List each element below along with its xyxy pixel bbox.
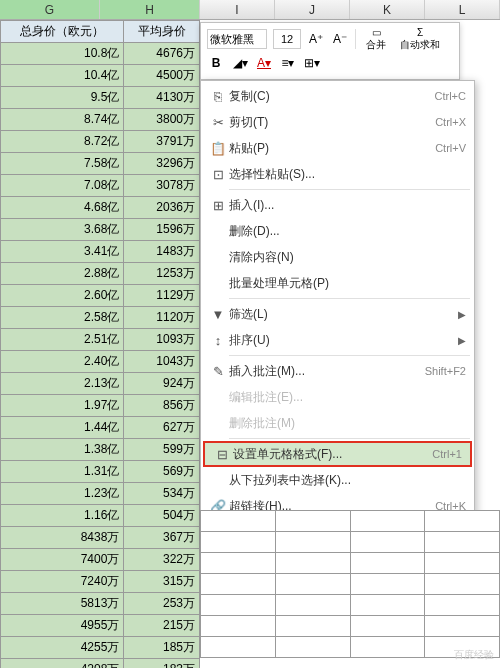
menu-cut[interactable]: ✂剪切(T)Ctrl+X [201,109,474,135]
cell[interactable]: 4.68亿 [1,197,124,219]
cell[interactable]: 856万 [124,395,200,417]
fill-color-icon[interactable]: ◢▾ [231,54,249,72]
cell[interactable]: 1.31亿 [1,461,124,483]
header-cell[interactable]: 总身价（欧元） [1,21,124,43]
cell[interactable]: 10.4亿 [1,65,124,87]
menu-paste-special[interactable]: ⊡选择性粘贴(S)... [201,161,474,187]
border-icon[interactable]: ⊞▾ [303,54,321,72]
cell[interactable]: 8.72亿 [1,131,124,153]
menu-paste[interactable]: 📋粘贴(P)Ctrl+V [201,135,474,161]
cell[interactable]: 10.8亿 [1,43,124,65]
menu-insert[interactable]: ⊞插入(I)... [201,192,474,218]
cell[interactable]: 2036万 [124,197,200,219]
menu-filter[interactable]: ▼筛选(L)▶ [201,301,474,327]
cell[interactable]: 534万 [124,483,200,505]
empty-cell[interactable] [350,637,425,658]
font-size-select[interactable] [273,29,301,49]
cell[interactable]: 2.51亿 [1,329,124,351]
col-header[interactable]: L [425,0,500,19]
cell[interactable]: 8438万 [1,527,124,549]
cell[interactable]: 599万 [124,439,200,461]
empty-cell[interactable] [350,511,425,532]
cell[interactable]: 4676万 [124,43,200,65]
increase-font-icon[interactable]: A⁺ [307,30,325,48]
cell[interactable]: 9.5亿 [1,87,124,109]
cell[interactable]: 1.97亿 [1,395,124,417]
cell[interactable]: 1.23亿 [1,483,124,505]
menu-sort[interactable]: ↕排序(U)▶ [201,327,474,353]
empty-cell[interactable] [201,637,276,658]
cell[interactable]: 3791万 [124,131,200,153]
cell[interactable]: 4500万 [124,65,200,87]
menu-format-cells[interactable]: ⊟设置单元格格式(F)...Ctrl+1 [203,441,472,467]
cell[interactable]: 1253万 [124,263,200,285]
cell[interactable]: 1043万 [124,351,200,373]
empty-cell[interactable] [201,595,276,616]
cell[interactable]: 627万 [124,417,200,439]
cell[interactable]: 1120万 [124,307,200,329]
cell[interactable]: 3078万 [124,175,200,197]
cell[interactable]: 7240万 [1,571,124,593]
empty-cell[interactable] [275,574,350,595]
col-header[interactable]: K [350,0,425,19]
cell[interactable]: 2.13亿 [1,373,124,395]
empty-cell[interactable] [275,553,350,574]
header-cell[interactable]: 平均身价 [124,21,200,43]
empty-cell[interactable] [425,595,500,616]
menu-batch[interactable]: 批量处理单元格(P) [201,270,474,296]
cell[interactable]: 3.41亿 [1,241,124,263]
cell[interactable]: 4255万 [1,637,124,659]
cell[interactable]: 7.58亿 [1,153,124,175]
col-header[interactable]: J [275,0,350,19]
empty-cell[interactable] [350,616,425,637]
empty-cell[interactable] [425,553,500,574]
cell[interactable]: 3.68亿 [1,219,124,241]
cell[interactable]: 185万 [124,637,200,659]
cell[interactable]: 1.44亿 [1,417,124,439]
cell[interactable]: 1.38亿 [1,439,124,461]
cell[interactable]: 2.58亿 [1,307,124,329]
empty-cell[interactable] [201,574,276,595]
empty-cell[interactable] [350,553,425,574]
empty-cell[interactable] [201,532,276,553]
cell[interactable]: 7400万 [1,549,124,571]
cell[interactable]: 3296万 [124,153,200,175]
empty-cell[interactable] [350,532,425,553]
cell[interactable]: 215万 [124,615,200,637]
empty-cell[interactable] [425,616,500,637]
font-select[interactable] [207,29,267,49]
menu-clear[interactable]: 清除内容(N) [201,244,474,270]
cell[interactable]: 4130万 [124,87,200,109]
empty-cell[interactable] [425,511,500,532]
menu-delete-comment[interactable]: 删除批注(M) [201,410,474,436]
cell[interactable]: 322万 [124,549,200,571]
cell[interactable]: 1093万 [124,329,200,351]
merge-button[interactable]: ▭ 合并 [362,27,390,52]
menu-delete[interactable]: 删除(D)... [201,218,474,244]
cell[interactable]: 569万 [124,461,200,483]
empty-cell[interactable] [201,511,276,532]
empty-cell[interactable] [275,616,350,637]
cell[interactable]: 367万 [124,527,200,549]
menu-insert-comment[interactable]: ✎插入批注(M)...Shift+F2 [201,358,474,384]
menu-dropdown-select[interactable]: 从下拉列表中选择(K)... [201,467,474,493]
bold-icon[interactable]: B [207,54,225,72]
empty-cell[interactable] [275,595,350,616]
cell[interactable]: 2.60亿 [1,285,124,307]
menu-edit-comment[interactable]: 编辑批注(E)... [201,384,474,410]
menu-copy[interactable]: ⎘复制(C)Ctrl+C [201,83,474,109]
empty-cell[interactable] [425,574,500,595]
cell[interactable]: 924万 [124,373,200,395]
cell[interactable]: 1129万 [124,285,200,307]
autosum-button[interactable]: Σ 自动求和 [396,27,444,52]
decrease-font-icon[interactable]: A⁻ [331,30,349,48]
align-icon[interactable]: ≡▾ [279,54,297,72]
cell[interactable]: 2.88亿 [1,263,124,285]
empty-cell[interactable] [350,595,425,616]
empty-cell[interactable] [425,532,500,553]
cell[interactable]: 4208万 [1,659,124,669]
cell[interactable]: 8.74亿 [1,109,124,131]
cell[interactable]: 7.08亿 [1,175,124,197]
cell[interactable]: 1483万 [124,241,200,263]
empty-cell[interactable] [350,574,425,595]
